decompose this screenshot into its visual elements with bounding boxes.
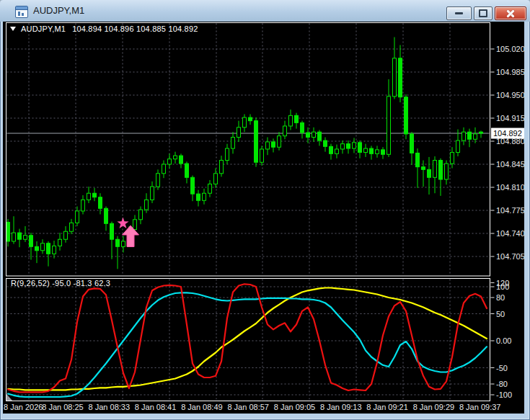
candle [174,156,177,159]
candle [353,143,356,148]
candle [249,117,252,121]
candle [30,236,33,247]
candle [156,174,160,187]
candle [456,140,460,152]
candle [110,223,114,239]
price-tick-label: 104.740 [496,229,524,238]
chart-client-area: 105.020104.985104.950104.915104.880104.8… [3,22,524,414]
candle [370,148,374,153]
restore-button[interactable] [474,6,493,20]
candle [6,222,10,241]
time-label: 8 Jan 08:41 [135,403,177,411]
candle [260,149,264,162]
time-label: 8 Jan 08:49 [181,403,223,411]
time-label: 8 Jan 08:25 [42,403,84,411]
candle [364,148,368,152]
window-controls [446,6,526,20]
candle [306,133,310,137]
candle [41,243,45,251]
chart-window: AUDJPY,M1 105.020104.985104.950104.91510… [0,0,530,420]
candle [410,134,414,153]
symbol-label: AUDJPY,M1 [21,24,66,33]
candle [289,115,293,126]
candle [203,193,206,200]
candle [462,132,466,140]
dropdown-triangle-icon[interactable] [10,27,16,31]
time-label: 8 Jan 09:29 [413,403,455,411]
time-label: 8 Jan 09:37 [459,403,501,411]
candle [99,197,102,209]
indicator-tick-label: 100 [496,282,509,291]
candle [70,223,74,231]
indicator-tick-label: 0.00 [496,336,511,345]
candle [208,184,212,193]
chart-window-icon [15,6,28,18]
candle [330,146,333,153]
ohlc-readout: 104.894 104.896 104.885 104.892 [72,24,198,33]
candle [335,149,339,153]
candle [445,164,449,179]
candle [226,148,229,160]
candle [237,128,241,138]
time-axis: 8 Jan 20268 Jan 08:258 Jan 08:338 Jan 08… [4,403,500,411]
time-label: 8 Jan 09:13 [320,403,362,411]
icon-bar-2 [22,13,24,16]
price-tick-label: 104.775 [496,206,524,215]
price-tick-label: 104.915 [496,114,524,122]
candle [266,142,270,149]
candle [358,143,362,153]
candle [93,193,97,197]
candle [324,140,327,146]
candle [197,194,200,200]
candle [439,161,443,180]
candle [416,153,420,166]
candle [393,58,397,97]
candle [76,211,79,223]
candle [451,153,454,164]
price-tick-label: 104.985 [496,68,524,76]
candle [185,164,189,177]
indicator-tick-label: 50 [496,310,505,318]
candle [116,239,120,246]
time-label: 8 Jan 09:21 [366,403,408,411]
close-button[interactable] [495,6,526,20]
candle [341,144,345,149]
indicator-tick-label: -100 [496,390,512,399]
time-label: 8 Jan 2026 [4,403,43,411]
candle [53,246,56,254]
candle [64,231,68,239]
indicator-header: R(9,26,52) -95.0 -81.3 62.3 [11,279,110,287]
price-tick-label: 104.705 [496,252,524,261]
candle [480,132,483,133]
chart-symbol-header: AUDJPY,M1104.894 104.896 104.885 104.892 [10,24,198,33]
minimize-button[interactable] [446,6,472,20]
time-label: 8 Jan 08:57 [227,403,269,411]
candle [347,144,350,148]
time-label: 8 Jan 08:33 [89,403,131,411]
price-tick-label: 105.020 [496,45,524,53]
candle [433,161,437,178]
candle [180,156,183,164]
chart-background [3,22,524,414]
candle [295,115,299,122]
price-tick-label: 104.810 [496,183,524,192]
candle [278,136,281,148]
candle [376,150,379,153]
window-title: AUDJPY,M1 [33,5,84,16]
candle [139,210,143,220]
candle [387,97,391,154]
candle [301,122,304,133]
candle [214,174,218,184]
candle [35,246,39,250]
candle [151,187,154,200]
price-tick-label: 104.845 [496,160,524,169]
chart-canvas[interactable]: 105.020104.985104.950104.915104.880104.8… [3,22,524,414]
candle [122,241,125,246]
icon-bar-1 [18,12,20,16]
title-bar[interactable]: AUDJPY,M1 [0,0,530,22]
candle [231,138,235,149]
candle [243,117,247,128]
indicator-tick-label: -80 [496,380,508,388]
candle [474,134,477,139]
minimize-icon [455,12,463,14]
